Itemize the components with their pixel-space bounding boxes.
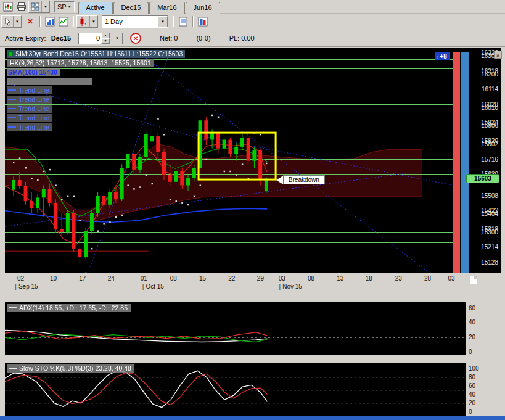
quantity-spinner: ▲ ▼ [101, 33, 110, 44]
trendline-swatch [8, 108, 16, 109]
toolbar-chart-tools: ▼ ✕ ▼ 1 Day ▼ [0, 14, 505, 30]
legend-sma-row[interactable]: SMA(100) 15430 [7, 68, 60, 76]
tab-mar16[interactable]: Mar16 [149, 2, 184, 14]
indicator-scale-label: 60 [469, 305, 475, 311]
price-axis-label: 15508 [481, 192, 498, 199]
cancel-all-button[interactable]: ✕ [130, 33, 141, 44]
trendline-label: Trend Line [18, 105, 49, 112]
chevron-down-icon[interactable]: ▼ [13, 16, 21, 27]
line-chart-icon [59, 17, 68, 27]
x-axis-tick: 18 [366, 275, 372, 282]
x-axis-tick: 02 [17, 275, 24, 282]
legend-trendline-row[interactable]: Trend Line [7, 114, 52, 122]
grid-layout-icon [31, 2, 39, 11]
legend-trendline-row[interactable]: Trend Line [7, 105, 52, 113]
volume-bar-red [453, 52, 460, 273]
x-axis-tick: 08 [170, 275, 177, 282]
x-axis-tick: 01 [141, 275, 147, 282]
delete-button[interactable]: ✕ [23, 15, 37, 28]
price-axis-label: 15300 [481, 229, 498, 236]
tab-jun16[interactable]: Jun16 [186, 2, 220, 14]
indicator-button[interactable] [57, 15, 70, 28]
notes-button[interactable] [176, 15, 190, 28]
tab-dec15[interactable]: Dec15 [113, 2, 149, 14]
fills-count-value: (0-0) [196, 35, 210, 42]
print-button[interactable] [15, 1, 28, 13]
trendline-label: Trend Line [18, 96, 49, 103]
tab-active[interactable]: Active [78, 2, 113, 14]
price-axis-label: 16200 [481, 71, 498, 78]
page-corner-icon[interactable] [470, 276, 477, 284]
tab-label: Mar16 [157, 4, 176, 11]
indicator-scale-label: 20 [469, 400, 475, 406]
quantity-input[interactable]: 0 ▲ ▼ [78, 33, 110, 44]
tab-label: Active [86, 4, 105, 11]
printer-icon [17, 2, 27, 12]
breakdown-text: Breakdown [283, 175, 325, 184]
legend-selected-row[interactable] [7, 78, 92, 85]
legend-trendline-row[interactable]: Trend Line [7, 123, 52, 131]
x-axis-tick: 29 [257, 275, 264, 282]
spin-down-icon[interactable]: ▼ [101, 38, 110, 44]
x-axis-month-label: |Sep 15 [15, 283, 38, 290]
trading-app-window: ▼ SP ▼ Active Dec15 Mar16 Jun16 ▼ ✕ ▼ [0, 0, 505, 420]
chevron-down-icon[interactable]: ▼ [158, 16, 168, 27]
symbol-selector[interactable]: SP ▼ [54, 1, 75, 12]
legend-trendline-row[interactable]: Trend Line [7, 96, 52, 104]
chevron-down-icon[interactable]: ▼ [89, 16, 97, 27]
new-chart-button[interactable] [1, 1, 15, 13]
main-chart-panel: 1632216304162181620016114160281601015924… [5, 48, 501, 273]
price-axis-label: 15128 [481, 259, 498, 266]
trendline-swatch [8, 126, 16, 128]
price-axis-label: 16114 [482, 86, 498, 93]
tab-label: Dec15 [121, 4, 141, 11]
legend-ichimoku-row[interactable]: IHK(9,26,52) 15712, 15728, 15613, 15525,… [7, 59, 154, 67]
toolbar-separator [173, 16, 174, 27]
layout-button[interactable]: ▼ [28, 1, 50, 13]
depth-button[interactable] [196, 15, 210, 28]
chevron-down-icon[interactable]: ▼ [41, 1, 49, 12]
chart-x-axis[interactable]: 02101724010815222903081318232803 |Sep 15… [5, 275, 467, 292]
arrow-up-icon: ↑ [436, 54, 439, 60]
adx-scale: 6040200 [467, 302, 492, 355]
trendline-swatch [8, 99, 16, 100]
candle-style-button[interactable]: ▼ [76, 15, 98, 28]
quantity-preset-dropdown[interactable]: ▼ [112, 33, 123, 44]
axis-settings-button[interactable]: a [494, 51, 502, 59]
x-axis-tick: 22 [228, 275, 235, 282]
window-bottom-border [0, 416, 505, 420]
price-axis-label: 15214 [481, 244, 498, 250]
stochastic-legend[interactable]: Slow STO %K(5,3) %D(3) 23.28, 40.48 [7, 364, 134, 373]
period-select[interactable]: 1 Day ▼ [102, 15, 168, 28]
price-axis-label: 15404 [481, 210, 498, 217]
pl-value: PL: 0.00 [229, 35, 255, 42]
stochastic-legend-text: Slow STO %K(5,3) %D(3) 23.28, 40.48 [19, 364, 131, 372]
legend-trendline-row[interactable]: Trend Line [7, 86, 52, 94]
toolbar-separator [73, 16, 74, 27]
price-axis[interactable]: 1632216304162181620016114160281601015924… [469, 48, 500, 273]
series-swatch [8, 51, 13, 56]
indicator-scale-label: 0 [469, 348, 472, 355]
close-icon: ✕ [27, 17, 33, 26]
arrow-left-icon [276, 176, 283, 184]
price-axis-label: 15716 [481, 156, 498, 163]
legend-symbol-row[interactable]: SIM:30yr Bond Dec15 O:15531 H:15611 L:15… [7, 50, 185, 58]
chevron-down-icon: ▼ [68, 5, 72, 9]
adx-legend[interactable]: ADX(14) 18.55, +DI: 17.65, -DI: 22.85 [7, 304, 131, 312]
chart-type-button[interactable] [43, 15, 57, 28]
depth-histogram-icon [198, 17, 208, 27]
x-axis-tick: 15 [199, 275, 206, 282]
candle-icon [79, 17, 88, 27]
trendline-label: Trend Line [18, 123, 49, 131]
toolbar-separator [192, 16, 194, 27]
indicator-scale-label: 60 [469, 382, 475, 389]
breakdown-annotation: Breakdown [276, 175, 325, 184]
cursor-tool-button[interactable]: ▼ [1, 15, 22, 28]
tab-label: Jun16 [194, 4, 212, 11]
x-axis-month-label: |Oct 15 [142, 283, 164, 290]
spin-up-icon[interactable]: ▲ [101, 33, 110, 38]
x-axis-month-label: |Nov 15 [279, 283, 302, 290]
symbol-selector-value: SP [57, 3, 67, 10]
order-status-bar: Active Expiry: Dec15 0 ▲ ▼ ▼ ✕ Net: 0 (0… [0, 30, 505, 47]
candlestick-chart-icon [3, 2, 13, 12]
